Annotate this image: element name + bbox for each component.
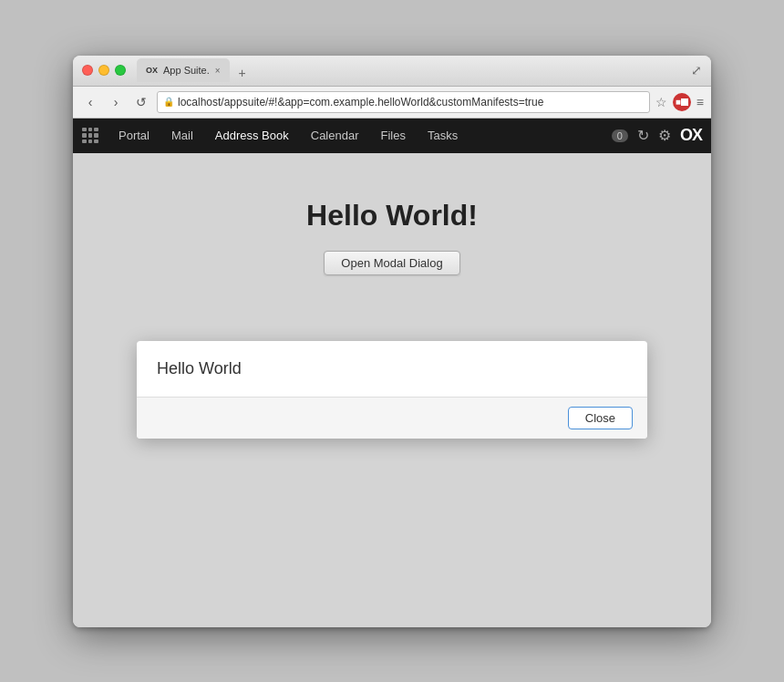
modal-overlay: Hello World Close xyxy=(73,153,711,627)
stop-button[interactable]: ■ xyxy=(673,93,691,111)
tab-title: App Suite. xyxy=(163,65,210,76)
traffic-lights xyxy=(82,65,126,76)
app-grid-icon[interactable] xyxy=(82,128,98,144)
title-bar: OX App Suite. × + ⤢ xyxy=(73,56,711,87)
app-content: Hello World! Open Modal Dialog Hello Wor… xyxy=(73,153,711,627)
resize-icon[interactable]: ⤢ xyxy=(691,63,702,78)
modal-dialog: Hello World Close xyxy=(137,341,647,439)
nav-settings-button[interactable]: ⚙ xyxy=(658,127,671,144)
url-input[interactable]: 🔒 localhost/appsuite/#!&app=com.example.… xyxy=(157,91,650,113)
app-nav-bar: Portal Mail Address Book Calendar Files … xyxy=(73,119,711,153)
notification-badge[interactable]: 0 xyxy=(612,129,628,142)
nav-link-mail[interactable]: Mail xyxy=(160,119,204,153)
address-bar: ‹ › ↺ 🔒 localhost/appsuite/#!&app=com.ex… xyxy=(73,87,711,119)
modal-body-text: Hello World xyxy=(157,359,242,377)
modal-body: Hello World xyxy=(137,341,647,398)
browser-tab[interactable]: OX App Suite. × xyxy=(137,58,230,82)
lock-icon: 🔒 xyxy=(163,97,174,107)
tab-ox-label: OX xyxy=(146,66,158,75)
nav-link-address-book[interactable]: Address Book xyxy=(204,119,300,153)
back-button[interactable]: ‹ xyxy=(80,92,100,112)
nav-refresh-button[interactable]: ↻ xyxy=(637,127,649,144)
nav-link-calendar[interactable]: Calendar xyxy=(300,119,370,153)
stop-icon: ■ xyxy=(676,97,681,107)
refresh-button[interactable]: ↺ xyxy=(131,92,151,112)
bookmark-icon[interactable]: ☆ xyxy=(655,95,667,109)
nav-link-tasks[interactable]: Tasks xyxy=(417,119,469,153)
tab-close-button[interactable]: × xyxy=(215,66,221,76)
nav-link-portal[interactable]: Portal xyxy=(108,119,160,153)
tab-bar: OX App Suite. × + xyxy=(137,58,691,82)
browser-menu-icon[interactable]: ≡ xyxy=(696,95,704,109)
close-window-button[interactable] xyxy=(82,65,93,76)
minimize-window-button[interactable] xyxy=(98,65,109,76)
ox-logo: OX xyxy=(680,126,702,145)
maximize-window-button[interactable] xyxy=(115,65,126,76)
modal-footer: Close xyxy=(137,398,647,439)
modal-close-button[interactable]: Close xyxy=(568,407,633,429)
forward-button[interactable]: › xyxy=(106,92,126,112)
url-text: localhost/appsuite/#!&app=com.example.he… xyxy=(178,96,644,108)
app-nav-links: Portal Mail Address Book Calendar Files … xyxy=(108,119,469,153)
browser-window: OX App Suite. × + ⤢ ‹ › ↺ 🔒 localhost/ap… xyxy=(73,56,711,627)
new-tab-button[interactable]: + xyxy=(233,64,252,82)
nav-link-files[interactable]: Files xyxy=(370,119,417,153)
nav-right-controls: 0 ↻ ⚙ OX xyxy=(612,126,702,145)
